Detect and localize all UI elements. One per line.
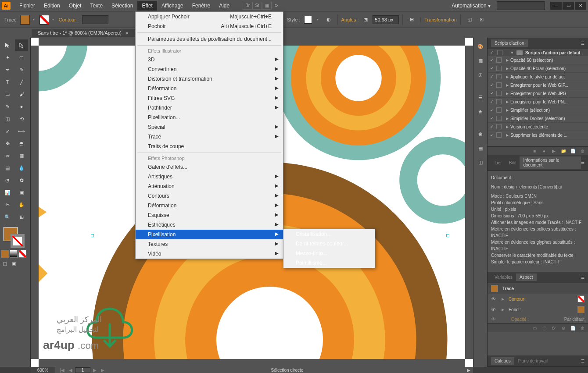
submenu-item[interactable]: Pointillisme... (283, 258, 375, 268)
window-maximize[interactable]: ▭ (563, 2, 574, 10)
brushes-panel-icon[interactable]: ❀ (475, 129, 486, 139)
menu-texte[interactable]: Texte (86, 1, 107, 11)
action-row[interactable]: ✓ ▶ Opacité 60 (sélection) (488, 56, 588, 64)
expand-icon[interactable]: ▶ (506, 108, 509, 112)
aspect-menu-icon[interactable]: ☰ (581, 275, 584, 280)
width-tool[interactable]: ⟷ (15, 125, 28, 137)
menu-ps-item[interactable]: Pixellisation▶Cristallisation...Demi-tei… (136, 230, 283, 239)
aspect-opacite-label[interactable]: Opacité : (511, 317, 529, 322)
expand-icon[interactable]: ▶ (506, 58, 509, 62)
nav-prev[interactable]: ◀ (67, 368, 74, 373)
info-menu-icon[interactable]: ☰ (581, 160, 584, 165)
play-icon[interactable]: ▶ (550, 148, 557, 154)
eye-icon-3[interactable]: 👁 (491, 316, 497, 322)
sync-icon[interactable]: ⟳ (272, 2, 281, 10)
actions-set-row[interactable]: ✓ ▼ Scripts d'action par défaut (488, 49, 588, 56)
dialog-toggle[interactable] (496, 124, 502, 129)
layout-icon-3[interactable]: ▦ (262, 2, 272, 10)
search-input[interactable] (497, 1, 545, 10)
stop-icon[interactable]: ■ (531, 148, 538, 154)
menu-ps-item[interactable]: Esquisse▶ (136, 210, 283, 220)
info-tab-docinfo[interactable]: Informations sur le document (520, 156, 581, 169)
menu-ill-item[interactable]: Tracé▶ (136, 132, 283, 142)
menu-ill-item[interactable]: Convertir en▶ (136, 64, 283, 74)
info-tab-lier[interactable]: Lier (491, 159, 506, 167)
menu-ps-item[interactable]: Contours▶ (136, 191, 283, 201)
menu-ill-item[interactable]: Distorsion et transformation▶ (136, 74, 283, 84)
style-swatch[interactable] (304, 16, 312, 24)
isolate-icon[interactable]: ◱ (464, 14, 475, 25)
aspect-tab-variables[interactable]: Variables (491, 274, 516, 281)
gradient-tool[interactable]: ▤ (1, 162, 14, 174)
dialog-toggle[interactable] (496, 107, 502, 113)
menu-effects-gallery[interactable]: Galerie d'effets... (136, 162, 283, 172)
blend-tool[interactable]: ◔ (1, 174, 14, 186)
scrollbar-horizontal[interactable] (39, 359, 465, 367)
swatches-panel-icon[interactable]: ▦ (475, 55, 486, 66)
action-row[interactable]: ✓ ▶ Version précédente (488, 123, 588, 131)
dialog-toggle[interactable] (496, 116, 502, 121)
corner-icon[interactable]: ⬔ (360, 14, 371, 25)
menu-ill-item[interactable]: 3D▶ (136, 55, 283, 64)
contour-label[interactable]: Contour : (59, 17, 79, 22)
action-row[interactable]: ✓ ▶ Supprimer les éléments de ... (488, 131, 588, 139)
layout-icon-2[interactable]: St (252, 2, 262, 10)
nav-first[interactable]: |◀ (58, 368, 66, 373)
fill-swatch[interactable] (20, 15, 30, 25)
dialog-toggle[interactable] (496, 66, 502, 71)
action-row[interactable]: ✓ ▶ Enregistrer pour le Web JPG (488, 89, 588, 98)
menu-ill-item[interactable]: Déformation▶ (136, 84, 283, 93)
doc-tab-0-close[interactable]: ✕ (125, 31, 129, 36)
expand-icon[interactable]: ▶ (506, 117, 509, 121)
guide-panel-icon[interactable]: ◎ (475, 69, 486, 80)
action-row[interactable]: ✓ ▶ Enregistrer pour le Web PN... (488, 98, 588, 106)
info-tab-bibl[interactable]: Bibl (506, 159, 520, 167)
menu-ill-item[interactable]: Spécial▶ (136, 122, 283, 132)
zoom-tool[interactable]: 🔍 (1, 211, 14, 223)
stroke-color-box[interactable] (11, 234, 25, 248)
menu-objet[interactable]: Objet (65, 1, 86, 11)
menu-ill-item[interactable]: Pathfinder▶ (136, 103, 283, 113)
record-icon[interactable]: ● (541, 148, 548, 154)
color-mode-fill[interactable] (1, 250, 9, 258)
lasso-tool[interactable]: ◠ (15, 52, 28, 63)
shape-builder-tool[interactable]: ◓ (15, 138, 28, 149)
group-icon[interactable]: ⊡ (477, 14, 487, 25)
submenu-item[interactable]: Mezzo-tinto... (283, 249, 375, 258)
pen-tool[interactable]: ✒ (1, 64, 14, 75)
expand-icon[interactable]: ▶ (506, 92, 509, 96)
layout-icon-1[interactable]: Br (243, 2, 252, 10)
eye-icon-2[interactable]: 👁 (491, 307, 497, 312)
artboard-tool[interactable]: ▣ (15, 187, 28, 198)
expand-icon[interactable]: ▶ (506, 125, 509, 129)
stroke-weight-input[interactable] (82, 15, 108, 24)
eye-icon[interactable]: 👁 (491, 296, 497, 302)
menu-effet[interactable]: Effet (137, 1, 157, 11)
expand-icon[interactable]: ▶ (506, 100, 509, 104)
aspect-tab-aspect[interactable]: Aspect (516, 274, 537, 281)
curvature-tool[interactable]: ✎ (15, 64, 28, 75)
print-tiling-tool[interactable]: ⊞ (15, 211, 28, 223)
menu-ps-item[interactable]: Artistiques▶ (136, 172, 283, 181)
align-icon[interactable]: ⊞ (406, 14, 417, 25)
aspect-foot-1[interactable]: ▭ (531, 325, 538, 331)
pencil-tool[interactable]: ✎ (1, 101, 14, 112)
nav-next[interactable]: ▶ (91, 368, 98, 373)
graph-tool[interactable]: 📊 (1, 187, 14, 198)
angles-value-input[interactable]: 50,68 px (373, 15, 399, 24)
menu-edition[interactable]: Edition (39, 1, 65, 11)
new-action-icon[interactable]: 📄 (570, 148, 577, 154)
expand-icon[interactable]: ▶ (506, 67, 509, 71)
magic-wand-tool[interactable]: ✦ (1, 52, 14, 63)
nav-last[interactable]: ▶| (99, 368, 108, 373)
dialog-toggle[interactable] (496, 91, 502, 96)
workspace-switcher[interactable]: Automatisation ▾ (447, 1, 495, 11)
stroke-panel-icon[interactable]: ☰ (475, 92, 486, 103)
aspect-fond-swatch[interactable] (577, 306, 584, 313)
expand-icon[interactable]: ▶ (506, 83, 509, 87)
aspect-foot-2[interactable]: ▢ (541, 325, 548, 331)
action-row[interactable]: ✓ ▶ Simplifier Droites (sélection) (488, 114, 588, 123)
direct-selection-tool[interactable] (15, 39, 28, 51)
expand-icon[interactable]: ▼ (510, 51, 514, 55)
expand-fond[interactable]: ▶ (502, 308, 504, 312)
